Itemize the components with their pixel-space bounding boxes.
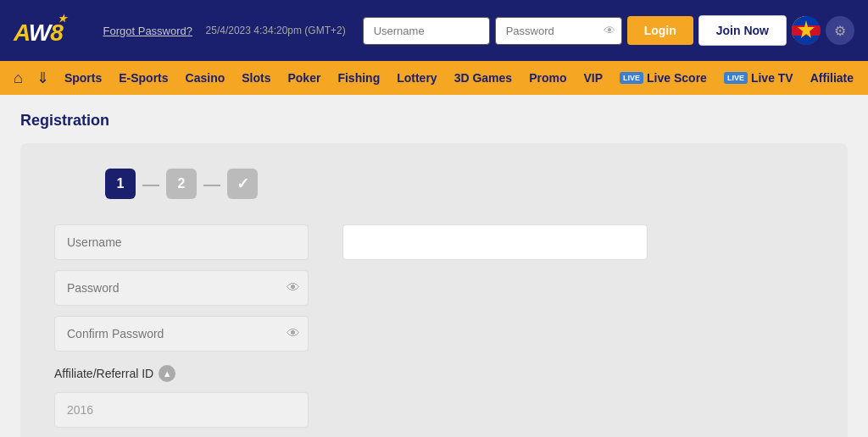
step-3: ✓ <box>227 169 258 199</box>
username-input[interactable] <box>54 224 309 260</box>
right-input-box <box>342 224 648 260</box>
forgot-password-link[interactable]: Forgot Password? <box>103 25 193 37</box>
form-right <box>342 224 814 428</box>
nav-esports[interactable]: E-Sports <box>110 61 176 95</box>
nav-casino[interactable]: Casino <box>177 61 234 95</box>
affiliate-info-icon[interactable]: ▲ <box>159 365 175 382</box>
step-dash-2: — <box>203 174 220 194</box>
header: AW8★ Forgot Password? 25/4/2023 4:34:20p… <box>0 0 868 61</box>
nav-promo[interactable]: Promo <box>520 61 575 95</box>
logo-text: AW8★ <box>14 13 63 48</box>
affiliate-label: Affiliate/Referral ID <box>54 367 153 380</box>
nav-slots[interactable]: Slots <box>233 61 279 95</box>
join-button[interactable]: Join Now <box>698 15 787 46</box>
form-layout: 👁 👁 Affiliate/Referral ID ▲ <box>54 224 814 428</box>
header-password-wrapper: 👁 <box>495 17 622 45</box>
nav-vip[interactable]: VIP <box>575 61 611 95</box>
password-eye-icon[interactable]: 👁 <box>604 24 615 37</box>
form-left: 👁 👁 Affiliate/Referral ID ▲ <box>54 224 309 428</box>
nav-download-icon[interactable]: ⇓ <box>30 69 56 87</box>
nav-home-icon[interactable]: ⌂ <box>7 69 30 87</box>
confirm-password-input[interactable] <box>54 316 309 351</box>
nav-live-score[interactable]: LIVE Live Score <box>611 61 715 95</box>
header-inputs: 👁 Login Join Now ⚙ <box>363 15 854 46</box>
nav-affiliate[interactable]: Affiliate <box>802 61 862 95</box>
nav-live-tv[interactable]: LIVE Live TV <box>715 61 802 95</box>
step-dash-1: — <box>142 174 159 194</box>
affiliate-label-row: Affiliate/Referral ID ▲ <box>54 365 309 382</box>
nav-sports[interactable]: Sports <box>56 61 110 95</box>
nav-lottery[interactable]: Lottery <box>388 61 445 95</box>
header-username-input[interactable] <box>363 17 490 45</box>
confirm-password-wrapper: 👁 <box>54 316 309 351</box>
confirm-password-eye-icon[interactable]: 👁 <box>287 326 300 341</box>
logo: AW8★ <box>14 13 90 48</box>
header-middle: Forgot Password? <box>100 25 196 37</box>
settings-button[interactable]: ⚙ <box>826 16 854 45</box>
step-2: 2 <box>166 169 197 199</box>
live-tv-badge: LIVE <box>724 72 748 84</box>
password-eye-icon[interactable]: 👁 <box>287 280 300 296</box>
nav-3dgames[interactable]: 3D Games <box>446 61 520 95</box>
navbar: ⌂ ⇓ Sports E-Sports Casino Slots Poker F… <box>0 61 868 95</box>
step-1: 1 <box>105 169 136 199</box>
main-content: Registration 1 — 2 — ✓ <box>0 95 868 437</box>
username-wrapper <box>54 224 309 260</box>
language-flag-button[interactable] <box>792 16 821 45</box>
datetime: 25/4/2023 4:34:20pm (GMT+2) <box>206 25 346 36</box>
registration-card: 1 — 2 — ✓ 👁 <box>20 143 848 437</box>
nav-fishing[interactable]: Fishing <box>329 61 388 95</box>
steps-indicator: 1 — 2 — ✓ <box>54 169 814 199</box>
page-title: Registration <box>20 112 848 130</box>
live-score-badge: LIVE <box>620 72 643 84</box>
affiliate-input[interactable] <box>54 392 309 428</box>
nav-ambassador[interactable]: Ambassador <box>862 61 868 95</box>
affiliate-input-wrapper <box>54 392 309 428</box>
password-wrapper: 👁 <box>54 270 309 306</box>
settings-icon: ⚙ <box>834 23 846 39</box>
password-input[interactable] <box>54 270 309 306</box>
login-button[interactable]: Login <box>627 16 693 45</box>
nav-poker[interactable]: Poker <box>279 61 329 95</box>
